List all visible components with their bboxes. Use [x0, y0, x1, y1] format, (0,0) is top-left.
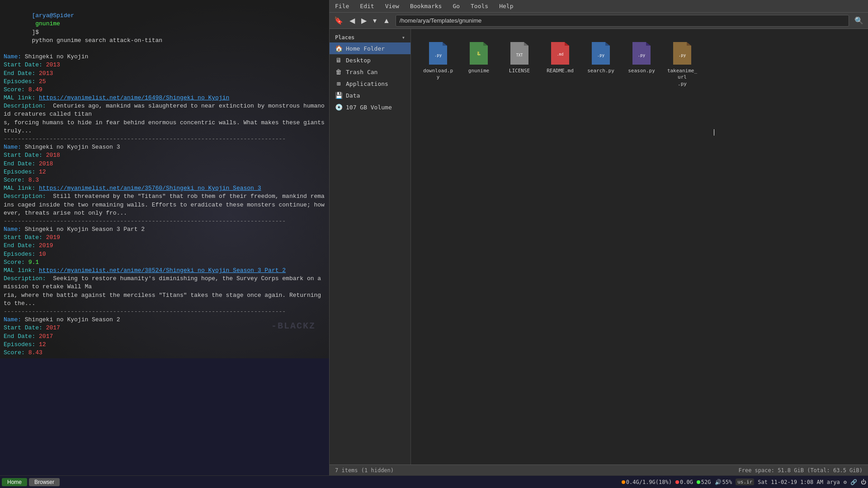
- menu-edit[interactable]: Edit: [358, 2, 376, 10]
- file-item-season-py[interactable]: .py season.py: [623, 38, 660, 136]
- svg-marker-1: [443, 42, 447, 46]
- menu-view[interactable]: View: [383, 2, 401, 10]
- r2-end: End Date: 2018: [4, 160, 326, 168]
- volume-value: 55%: [722, 479, 732, 485]
- svg-marker-4: [483, 42, 488, 46]
- file-item-gnunime[interactable]: 🐍 gnunime: [461, 38, 497, 136]
- r1-end: End Date: 2013: [4, 70, 326, 78]
- fm-sidebar: Places ▾ 🏠 Home Folder 🖥 Desktop 🗑 Trash…: [330, 29, 411, 465]
- ram-dot: [697, 480, 700, 484]
- r4-score: Score: 8.43: [4, 349, 326, 357]
- terminal-username: [arya@Spider: [32, 12, 74, 19]
- fm-cursor-area: [714, 128, 714, 136]
- cpu-value: 0.4G/1.9G(18%): [626, 479, 672, 485]
- places-collapse-icon: ▾: [402, 34, 405, 41]
- file-item-readme[interactable]: .md README.md: [542, 38, 578, 136]
- terminal-content: [arya@Spider gnunime ]$ python gnunime s…: [4, 4, 326, 358]
- fm-status-right: Free space: 51.8 GiB (Total: 63.5 GiB): [738, 467, 863, 474]
- r1-score: Score: 8.49: [4, 86, 326, 94]
- sidebar-item-applications[interactable]: ⊞ Applications: [330, 78, 410, 89]
- r2-name: Name: Shingeki no Kyojin Season 3: [4, 143, 326, 151]
- svg-text:TXT: TXT: [516, 53, 523, 57]
- file-item-license[interactable]: TXT LICENSE: [501, 38, 538, 136]
- volume-icon: 💿: [335, 103, 342, 111]
- file-manager: File Edit View Bookmarks Go Tools Help 🔖…: [329, 0, 868, 475]
- status-ram: 52G: [697, 479, 711, 485]
- settings-icon[interactable]: ⚙: [844, 479, 847, 485]
- toolbar-forward-btn[interactable]: ▶: [359, 14, 369, 27]
- menu-help[interactable]: Help: [497, 2, 515, 10]
- svg-text:.py: .py: [679, 53, 686, 57]
- r3-link: MAL link: https://myanimelist.net/anime/…: [4, 267, 326, 275]
- file-icon-takeanime-py: .py: [671, 41, 693, 66]
- prompt-line: [arya@Spider gnunime ]$ python gnunime s…: [4, 4, 326, 53]
- r4-end: End Date: 2017: [4, 333, 326, 341]
- file-icon-season-py: .py: [631, 41, 652, 66]
- menu-bookmarks[interactable]: Bookmarks: [408, 2, 443, 10]
- svg-text:.py: .py: [597, 53, 605, 57]
- sidebar-item-desktop[interactable]: 🖥 Desktop: [330, 54, 410, 66]
- taskbar-left: Home Browser: [2, 478, 60, 486]
- file-item-search-py[interactable]: .py search.py: [583, 38, 619, 136]
- file-icon-search-py: .py: [590, 41, 612, 66]
- file-icon-download-py: .py: [427, 41, 449, 66]
- datetime-label: Sat 11-02-19 1:08 AM: [758, 479, 823, 485]
- r4-start: Start Date: 2017: [4, 324, 326, 332]
- home-button[interactable]: Home: [2, 478, 27, 486]
- file-label-takeanime-py: takeanime_url.py: [667, 68, 698, 87]
- power-icon[interactable]: ⏻: [861, 479, 866, 485]
- file-item-takeanime-py[interactable]: .py takeanime_url.py: [664, 38, 700, 136]
- places-label: Places: [335, 34, 354, 41]
- menu-tools[interactable]: Tools: [469, 2, 490, 10]
- svg-text:.md: .md: [557, 52, 564, 56]
- ram-value: 52G: [701, 479, 711, 485]
- file-label-gnunime: gnunime: [468, 68, 489, 74]
- r2-desc-text: Description: Still threatened by the "Ti…: [4, 192, 326, 217]
- status-net: 0.0G: [675, 479, 693, 485]
- file-label-download-py: download.py: [423, 68, 453, 81]
- status-volume: 🔊 55%: [715, 479, 732, 485]
- sidebar-item-volume-label: 107 GB Volume: [346, 104, 392, 111]
- r1-desc-text: Description: Centuries ago, mankind was …: [4, 102, 326, 135]
- file-label-license: LICENSE: [509, 68, 530, 74]
- r4-link: MAL link: https://myanimelist.net/anime/…: [4, 357, 326, 358]
- network-icon: 🔗: [850, 479, 857, 485]
- svg-marker-7: [524, 42, 528, 46]
- browser-button[interactable]: Browser: [29, 478, 60, 486]
- fm-menubar: File Edit View Bookmarks Go Tools Help: [330, 0, 868, 13]
- r3-desc-text: Description: Seeking to restore humanity…: [4, 275, 326, 308]
- menu-go[interactable]: Go: [451, 2, 462, 10]
- r2-start: Start Date: 2018: [4, 151, 326, 160]
- r2-score: Score: 8.3: [4, 176, 326, 184]
- fm-files: .py download.py 🐍 gnunime: [411, 29, 868, 465]
- applications-icon: ⊞: [335, 80, 342, 87]
- toolbar-dropdown-btn[interactable]: ▾: [370, 14, 379, 27]
- sidebar-item-volume[interactable]: 💿 107 GB Volume: [330, 101, 410, 113]
- sidebar-item-home[interactable]: 🏠 Home Folder: [330, 42, 410, 54]
- status-cpu: 0.4G/1.9G(18%): [622, 479, 672, 485]
- language-badge[interactable]: us.ir: [736, 479, 754, 485]
- places-header[interactable]: Places ▾: [330, 33, 410, 42]
- cpu-dot: [622, 480, 625, 484]
- taskbar-right: 0.4G/1.9G(18%) 0.0G 52G 🔊 55% us.ir Sat …: [622, 479, 866, 485]
- svg-marker-19: [687, 42, 691, 46]
- sidebar-item-trash[interactable]: 🗑 Trash Can: [330, 66, 410, 78]
- terminal-prompt-symbol: ]$: [32, 29, 42, 36]
- r3-name: Name: Shingeki no Kyojin Season 3 Part 2: [4, 225, 326, 234]
- toolbar-search-btn[interactable]: 🔍: [852, 14, 866, 27]
- r1-eps: Episodes: 25: [4, 78, 326, 86]
- home-folder-icon: 🏠: [335, 45, 342, 52]
- sep2: ----------------------------------------…: [4, 217, 326, 225]
- menu-file[interactable]: File: [333, 2, 351, 10]
- toolbar-bookmark-btn[interactable]: 🔖: [331, 14, 346, 27]
- fm-body: Places ▾ 🏠 Home Folder 🖥 Desktop 🗑 Trash…: [330, 29, 868, 465]
- toolbar-back-btn[interactable]: ◀: [347, 14, 358, 27]
- sidebar-item-data[interactable]: 💾 Data: [330, 89, 410, 101]
- fm-statusbar: 7 items (1 hidden) Free space: 51.8 GiB …: [330, 465, 868, 475]
- address-bar[interactable]: [396, 15, 849, 27]
- r3-start: Start Date: 2019: [4, 234, 326, 242]
- sidebar-item-data-label: Data: [346, 92, 360, 99]
- r3-score: Score: 9.1: [4, 258, 326, 267]
- file-item-download-py[interactable]: .py download.py: [420, 38, 456, 136]
- toolbar-up-btn[interactable]: ▲: [380, 15, 393, 27]
